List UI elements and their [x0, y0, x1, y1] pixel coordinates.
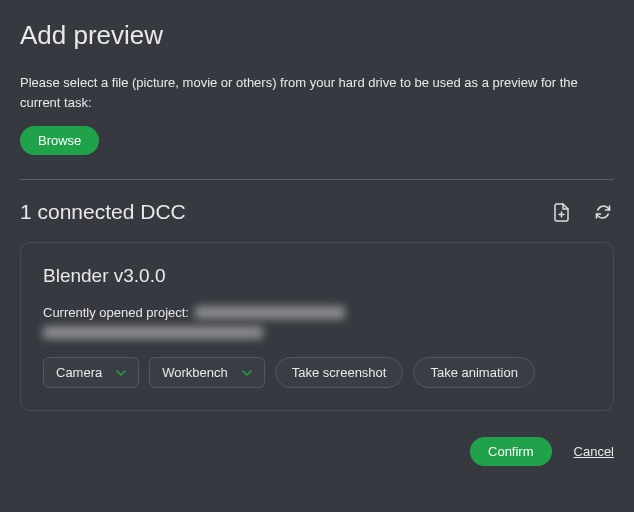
instructions-text: Please select a file (picture, movie or …: [20, 73, 614, 112]
project-line: Currently opened project:: [43, 305, 591, 320]
file-plus-icon: [553, 203, 570, 222]
project-label: Currently opened project:: [43, 305, 189, 320]
chevron-down-icon: [242, 370, 252, 376]
confirm-button[interactable]: Confirm: [470, 437, 552, 466]
add-file-button[interactable]: [551, 201, 572, 224]
camera-dropdown[interactable]: Camera: [43, 357, 139, 388]
dcc-header-actions: [551, 201, 614, 224]
refresh-button[interactable]: [592, 201, 614, 223]
dcc-controls: Camera Workbench Take screenshot Take an…: [43, 357, 591, 388]
dcc-header: 1 connected DCC: [20, 200, 614, 224]
project-path-redacted: [195, 306, 345, 319]
dcc-count-title: 1 connected DCC: [20, 200, 186, 224]
camera-dropdown-label: Camera: [56, 365, 102, 380]
dcc-card: Blender v3.0.0 Currently opened project:…: [20, 242, 614, 411]
dcc-app-name: Blender v3.0.0: [43, 265, 591, 287]
divider: [20, 179, 614, 180]
take-animation-button[interactable]: Take animation: [413, 357, 534, 388]
project-path-redacted-2: [43, 326, 263, 339]
cancel-link[interactable]: Cancel: [574, 444, 614, 459]
refresh-icon: [594, 203, 612, 221]
take-screenshot-button[interactable]: Take screenshot: [275, 357, 404, 388]
chevron-down-icon: [116, 370, 126, 376]
renderer-dropdown-label: Workbench: [162, 365, 228, 380]
dialog-footer: Confirm Cancel: [20, 437, 614, 466]
browse-button[interactable]: Browse: [20, 126, 99, 155]
renderer-dropdown[interactable]: Workbench: [149, 357, 265, 388]
page-title: Add preview: [20, 20, 614, 51]
